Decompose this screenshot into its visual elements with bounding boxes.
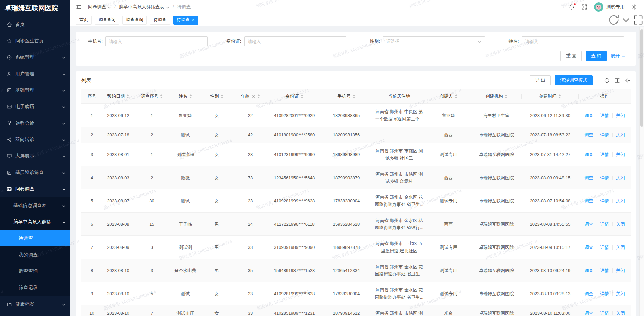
sidebar-item[interactable]: 双向转诊 <box>0 131 70 148</box>
scrollbar-thumb[interactable] <box>640 29 643 127</box>
row-action-关闭[interactable]: 关闭 <box>616 311 625 316</box>
reset-button[interactable]: 重 置 <box>560 51 582 61</box>
row-action-关闭[interactable]: 关闭 <box>616 198 625 204</box>
row-action-调查[interactable]: 调查 <box>585 113 593 118</box>
chevron-down-icon[interactable] <box>620 14 632 26</box>
search-input[interactable] <box>525 39 620 44</box>
sort-icon[interactable] <box>189 94 192 98</box>
sidebar-item[interactable]: 系统管理 <box>0 49 70 65</box>
column-header-创建机构[interactable]: 创建机构 <box>471 89 522 104</box>
row-action-详情[interactable]: 详情 <box>600 198 609 204</box>
column-header-年龄[interactable]: 年龄 <box>232 89 268 104</box>
row-action-调查[interactable]: 调查 <box>585 198 593 204</box>
export-button[interactable]: 导 出 <box>530 75 551 85</box>
sidebar-item[interactable]: 脑卒中高危人群筛查表 <box>0 214 70 230</box>
close-icon[interactable]: × <box>192 18 195 22</box>
row-action-详情[interactable]: 详情 <box>600 113 609 118</box>
sidebar-item[interactable]: 大屏展示 <box>0 148 70 164</box>
info-circle-icon[interactable] <box>251 94 256 99</box>
sort-icon[interactable] <box>455 94 458 98</box>
column-header-手机号[interactable]: 手机号 <box>320 89 372 104</box>
sidebar-item[interactable]: 基础信息调查表 <box>0 197 70 214</box>
row-action-详情[interactable]: 详情 <box>600 132 609 137</box>
sort-icon[interactable] <box>301 94 303 98</box>
column-header-姓名[interactable]: 姓名 <box>169 89 201 104</box>
search-input[interactable] <box>109 39 204 44</box>
sidebar-item[interactable]: 基层巡诊筛查 <box>0 164 70 181</box>
breadcrumb-item[interactable]: 待调查 <box>177 4 191 10</box>
row-action-详情[interactable]: 详情 <box>600 291 609 296</box>
row-action-关闭[interactable]: 关闭 <box>616 132 625 137</box>
row-action-调查[interactable]: 调查 <box>585 132 593 137</box>
row-action-详情[interactable]: 详情 <box>600 268 609 273</box>
scrollbar[interactable] <box>639 27 644 316</box>
sort-icon[interactable] <box>558 94 561 98</box>
column-header-创建时间[interactable]: 创建时间 <box>522 89 579 104</box>
text-input-wrap[interactable] <box>105 36 208 46</box>
sort-icon[interactable] <box>126 94 129 98</box>
sidebar-item[interactable]: 问诊医生首页 <box>0 33 70 49</box>
sidebar-item[interactable]: 筛查记录 <box>0 279 70 296</box>
row-action-详情[interactable]: 详情 <box>600 152 609 157</box>
immersive-mode-button[interactable]: 沉浸调查模式 <box>555 75 593 85</box>
row-action-调查[interactable]: 调查 <box>585 245 593 250</box>
row-action-调查[interactable]: 调查 <box>585 311 593 316</box>
sidebar-item[interactable]: 调查查询 <box>0 263 70 279</box>
gender-select[interactable]: 请选择 <box>383 36 485 46</box>
row-action-关闭[interactable]: 关闭 <box>616 222 625 227</box>
row-action-关闭[interactable]: 关闭 <box>616 268 625 273</box>
search-button[interactable]: 查 询 <box>586 51 607 61</box>
row-action-详情[interactable]: 详情 <box>600 175 609 180</box>
expand-toggle[interactable]: 展开 <box>611 53 625 59</box>
sort-icon[interactable] <box>221 94 223 98</box>
tab-首页[interactable]: 首页 <box>76 16 92 25</box>
fullscreen-icon[interactable] <box>581 4 587 10</box>
column-header-预约日期[interactable]: 预约日期 <box>102 89 134 104</box>
bell-icon[interactable] <box>569 4 575 10</box>
gear-icon[interactable] <box>625 78 631 83</box>
tab-调查查询[interactable]: 调查查询 <box>95 16 119 25</box>
refresh-icon[interactable] <box>608 14 620 26</box>
sidebar-item[interactable]: 首页 <box>0 16 70 33</box>
tab-待调查[interactable]: 待调查× <box>173 16 198 25</box>
refresh-icon[interactable] <box>604 78 610 83</box>
column-height-icon[interactable] <box>614 78 620 83</box>
sort-icon[interactable] <box>160 94 163 98</box>
sidebar-item[interactable]: 我的调查 <box>0 246 70 263</box>
breadcrumb-item[interactable]: 问卷调查 <box>88 4 111 10</box>
row-action-详情[interactable]: 详情 <box>600 245 609 250</box>
row-action-调查[interactable]: 调查 <box>585 152 593 157</box>
column-header-性别[interactable]: 性别 <box>201 89 232 104</box>
row-action-调查[interactable]: 调查 <box>585 268 593 273</box>
sidebar-item[interactable]: 健康档案 <box>0 296 70 312</box>
row-action-关闭[interactable]: 关闭 <box>616 245 625 250</box>
sidebar-item[interactable]: 基础管理 <box>0 82 70 98</box>
gear-icon[interactable] <box>631 4 637 10</box>
row-action-关闭[interactable]: 关闭 <box>616 175 625 180</box>
tab-调查查询[interactable]: 调查查询 <box>122 16 147 25</box>
column-header-创建人[interactable]: 创建人 <box>426 89 471 104</box>
sidebar-item[interactable]: 待调查 <box>0 230 70 246</box>
text-input-wrap[interactable] <box>522 36 624 46</box>
maximize-icon[interactable] <box>632 14 644 26</box>
row-action-调查[interactable]: 调查 <box>585 175 593 180</box>
column-header-身份证[interactable]: 身份证 <box>268 89 320 104</box>
row-action-详情[interactable]: 详情 <box>600 222 609 227</box>
menu-fold-icon[interactable] <box>76 4 82 10</box>
sort-icon[interactable] <box>505 94 507 98</box>
user-chip[interactable]: 测试专用 <box>594 2 625 12</box>
sidebar-item[interactable]: 用户管理 <box>0 65 70 82</box>
row-action-关闭[interactable]: 关闭 <box>616 152 625 157</box>
search-input[interactable] <box>248 39 343 44</box>
row-action-调查[interactable]: 调查 <box>585 222 593 227</box>
sort-icon[interactable] <box>353 94 355 98</box>
column-header-调查序号[interactable]: 调查序号 <box>134 89 169 104</box>
tab-待调查[interactable]: 待调查 <box>150 16 170 25</box>
text-input-wrap[interactable] <box>244 36 346 46</box>
sidebar-item[interactable]: 问卷调查 <box>0 181 70 197</box>
row-action-详情[interactable]: 详情 <box>600 311 609 316</box>
sidebar-item[interactable]: 远程会诊 <box>0 115 70 131</box>
row-action-调查[interactable]: 调查 <box>585 291 593 296</box>
row-action-关闭[interactable]: 关闭 <box>616 113 625 118</box>
breadcrumb-item[interactable]: 脑卒中高危人群筛查表 <box>119 4 169 10</box>
